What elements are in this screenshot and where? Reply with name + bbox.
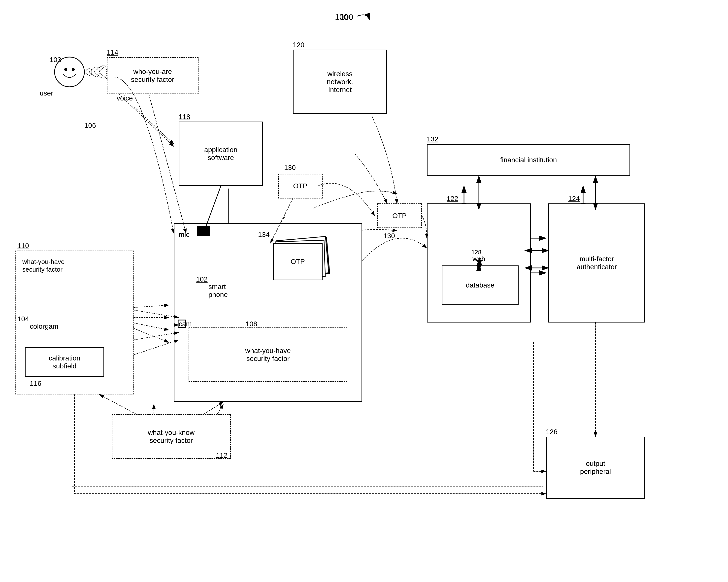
svg-point-5: [64, 68, 67, 71]
otp-right-text: OTP: [392, 212, 407, 220]
svg-line-12: [131, 305, 169, 308]
svg-line-30: [134, 333, 179, 340]
otp-right-box: OTP: [377, 204, 422, 228]
svg-line-31: [134, 340, 179, 355]
otp-stacked-num: 134: [258, 231, 270, 239]
what-you-have-right-num: 108: [245, 320, 257, 328]
otp-top-text: OTP: [293, 182, 307, 190]
what-you-have-left-text: what-you-havesecurity factor: [22, 258, 72, 273]
colorgam-text: colorgam: [30, 322, 58, 330]
svg-line-33: [204, 402, 223, 414]
output-peripheral-num: 126: [546, 428, 557, 436]
wireless-num: 120: [293, 41, 305, 49]
colorgam-outer-num: 110: [17, 242, 29, 250]
who-you-are-text: who-you-aresecurity factor: [131, 68, 174, 83]
calibration-num: 116: [30, 379, 42, 388]
otp-stacked-text: OTP: [290, 258, 305, 266]
database-num: 128: [471, 248, 482, 256]
otp-top-num: 130: [284, 164, 296, 172]
what-you-know-text: what-you-knowsecurity factor: [148, 429, 194, 445]
svg-point-6: [72, 68, 75, 71]
user-num: 103: [50, 56, 61, 64]
output-peripheral-text: outputperipheral: [580, 460, 611, 476]
user-label: user: [40, 89, 53, 97]
web-server-num: 122: [447, 195, 458, 203]
otp-top-box: OTP: [278, 174, 322, 199]
multi-factor-box: multi-factorauthenticator: [548, 204, 645, 322]
who-you-are-num: 114: [107, 48, 119, 56]
wireless-text: wirelessnetwork,Internet: [327, 70, 353, 94]
what-you-have-right-text: what-you-havesecurity factor: [245, 347, 291, 363]
svg-line-34: [99, 394, 136, 414]
financial-text: financial institution: [500, 156, 557, 164]
svg-line-7: [134, 107, 174, 144]
voice-label: voice: [116, 94, 133, 102]
label-106: 106: [84, 122, 96, 130]
colorgam-num: 104: [17, 315, 29, 323]
multi-factor-num: 124: [568, 195, 580, 203]
svg-line-11: [131, 327, 169, 342]
mic-label: mic: [179, 231, 189, 239]
calibration-text: calibrationsubfield: [49, 354, 80, 370]
otp-right-num: 130: [383, 232, 395, 240]
financial-num: 132: [427, 135, 438, 143]
calibration-box: calibrationsubfield: [25, 347, 104, 377]
database-text: database: [466, 281, 494, 289]
multi-factor-text: multi-factorauthenticator: [577, 255, 617, 271]
database-box: database: [442, 265, 519, 305]
app-software-text: applicationsoftware: [204, 146, 237, 161]
cam-label: cam: [179, 320, 192, 328]
output-peripheral-box: outputperipheral: [546, 436, 645, 499]
smartphone-num: 102: [196, 275, 208, 283]
diagram-title: 100: [335, 12, 348, 22]
otp-card-front: OTP: [273, 243, 322, 280]
what-you-know-num: 112: [216, 451, 228, 459]
svg-line-32: [134, 310, 179, 318]
financial-institution-box: financial institution: [427, 144, 630, 176]
svg-line-10: [131, 322, 169, 330]
what-you-have-right-box: what-you-havesecurity factor: [188, 327, 347, 382]
smartphone-text: smartphone: [208, 283, 228, 299]
wireless-network-box: wirelessnetwork,Internet: [293, 50, 387, 114]
what-you-know-box: what-you-knowsecurity factor: [112, 414, 231, 459]
who-you-are-box: who-you-aresecurity factor: [107, 57, 199, 94]
app-software-box: applicationsoftware: [179, 122, 263, 186]
app-software-num: 118: [179, 113, 190, 121]
